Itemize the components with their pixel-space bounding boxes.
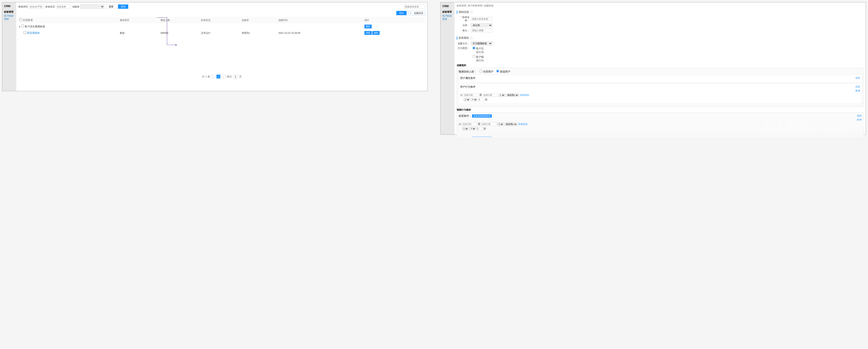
tag-table: 全部标签 数据类型 覆盖人数 标签状态 创建者 创建时间 操作 客户流失预测标签… (19, 17, 425, 36)
tag-rules-section: 标签规则 ? 创建方式： 行为预测标签 行为类型： 客户沉失行为 客户购买行为 … (455, 35, 866, 137)
sidebar-menu-title: 标签管理 (442, 10, 453, 13)
to-label: 至 (478, 122, 480, 126)
sidebar-item-customer-tags[interactable]: 客户标签管理 (442, 14, 453, 21)
help-icon[interactable]: ? (470, 11, 473, 13)
data-type-input[interactable] (29, 4, 44, 9)
add-filter-link[interactable]: 添加筛选 (518, 123, 528, 126)
col-status: 标签状态 (200, 17, 241, 23)
to-label: 至 (479, 93, 482, 97)
help-icon[interactable]: ? (470, 37, 473, 39)
select-all-checkbox[interactable] (19, 18, 22, 21)
count-row: 次数 = 次 (459, 127, 862, 131)
page-suffix: 页 (239, 75, 242, 78)
target-label: 预测目标人群： (459, 70, 476, 74)
category-select[interactable]: 未分类 (471, 23, 492, 27)
date-from-input[interactable] (462, 123, 477, 126)
sidebar: CRM 标签管理 客户标签管理 (441, 2, 455, 135)
rules-section-title: 标签规则 (459, 36, 469, 40)
edit-button[interactable]: 编辑 (372, 31, 380, 35)
col-all-tags: 全部标签 (23, 19, 33, 22)
prev-page-button[interactable]: ‹ (211, 75, 215, 78)
search-input[interactable] (404, 4, 425, 9)
col-created: 创建时间 (278, 17, 363, 23)
count-value-input[interactable] (476, 127, 483, 131)
sidebar-item-customer-tags[interactable]: 客户标签管理 (4, 14, 14, 21)
tag-table-wrap: 全部标签 数据类型 覆盖人数 标签状态 创建者 创建时间 操作 客户流失预测标签… (16, 17, 427, 78)
count-value-input[interactable] (478, 98, 484, 101)
behavior-type-label: 行为类型： (457, 47, 469, 50)
query-button[interactable]: 查询 (118, 4, 128, 9)
sidebar-menu-title: 标签管理 (4, 10, 14, 13)
cell-data-type: 数值 (119, 30, 159, 36)
date-to-input[interactable] (483, 94, 498, 97)
user-attr-title: 用户属性条件 (460, 76, 475, 80)
add-filter-link[interactable]: 添加筛选 (520, 94, 529, 97)
tag-name-link[interactable]: 英语课标签 (27, 31, 40, 34)
reset-button[interactable]: 重置 (106, 4, 116, 9)
add-precond-link[interactable]: 添加 (857, 114, 862, 117)
create-mode-select[interactable]: 行为预测标签 (471, 41, 492, 45)
expand-caret-icon[interactable] (19, 26, 20, 28)
jump-label: 跳往 (227, 75, 232, 78)
create-tag-button[interactable]: + 创建标签 (408, 11, 425, 15)
export-button[interactable]: 导出 (396, 11, 407, 15)
add-attr-link[interactable]: 添加 (856, 76, 860, 80)
target-radio-filter[interactable]: 筛选用户 (496, 70, 510, 74)
page-1-button[interactable]: 1 (216, 75, 220, 78)
count-op-select[interactable]: = (469, 127, 476, 131)
cell-creator: 管理员1 (241, 30, 278, 36)
predict-behavior-box: 预测行为： 直接选择模型标签 添加 新增 至 做过 购买商品 添加筛选 (457, 135, 864, 137)
col-cover: 覆盖人数 (160, 17, 200, 23)
jump-page-input[interactable] (233, 75, 238, 78)
tag-list-window: CRM 标签管理 客户标签管理 数据类型 标签状态 创建者 重置 查询 导 (2, 2, 428, 91)
remark-label: 备注： (457, 29, 469, 32)
creator-select[interactable] (80, 4, 104, 9)
cell-cover: 999995 (160, 30, 200, 36)
model-tag-badge[interactable]: 直接选择模型标签 (472, 114, 492, 117)
action-select[interactable]: 购买商品 (506, 94, 519, 97)
predict-behavior-label: 预测行为： (459, 137, 471, 137)
delete-button[interactable]: 删除 (364, 25, 372, 29)
new-precond-link[interactable]: 新增 (857, 118, 862, 121)
cell-status: 正常运行 (200, 30, 241, 36)
remark-input[interactable] (471, 29, 492, 32)
row-checkbox[interactable] (24, 31, 26, 34)
add-predict-link[interactable]: 添加 (857, 136, 862, 137)
model-tag-badge[interactable]: 直接选择模型标签 (472, 137, 492, 137)
basic-info-section: 基础信息 ? 标签名称： 分类： 未分类 备注： (455, 9, 866, 35)
sidebar: CRM 标签管理 客户标签管理 (2, 2, 16, 91)
tag-name-label: 标签名称： (457, 15, 469, 22)
date-to-input[interactable] (481, 123, 496, 126)
parent-row-name: 客户流失预测标签 (25, 25, 45, 28)
action-select[interactable]: 购买商品 (504, 123, 517, 126)
count-type-select[interactable]: 次数 (464, 98, 470, 101)
creator-label: 创建者 (72, 5, 80, 8)
brand: CRM (4, 4, 14, 8)
tag-name-input[interactable] (471, 17, 492, 21)
date-from-input[interactable] (464, 94, 478, 97)
new-behavior-link[interactable]: 新增 (856, 89, 860, 92)
section-bar-icon (457, 11, 457, 14)
count-op-select[interactable]: = (471, 98, 477, 101)
count-type-select[interactable]: 次数 (462, 127, 468, 131)
behavior-radio-lose[interactable]: 客户沉失行为 (471, 47, 484, 54)
target-radio-all[interactable]: 全部用户 (479, 70, 493, 74)
did-select[interactable]: 做过 (497, 123, 504, 126)
precond-condition-row: 至 做过 购买商品 添加筛选 (459, 122, 862, 126)
precond-label: 前置条件： (459, 114, 471, 117)
cell-created: 2021-10-22 15:20:59 (278, 30, 363, 36)
behavior-radio-buy[interactable]: 客户购买行为 (471, 55, 484, 63)
precondition-box: 前置条件： 直接选择模型标签 添加 新增 至 做过 购买商品 添加筛选 (457, 112, 864, 133)
next-page-button[interactable]: › (222, 75, 225, 78)
create-rule-title: 创建规则 (457, 64, 864, 67)
row-checkbox[interactable] (21, 25, 24, 27)
condition-bullet-icon (459, 123, 461, 126)
col-creator: 创建者 (241, 17, 278, 23)
view-button[interactable]: 查看 (364, 31, 372, 35)
did-select[interactable]: 做过 (499, 94, 505, 97)
table-parent-row[interactable]: 客户流失预测标签 删除 (19, 23, 425, 30)
tag-status-input[interactable] (56, 4, 71, 9)
user-behavior-title: 用户行为条件 (460, 85, 475, 92)
data-type-label: 数据类型 (19, 5, 28, 8)
add-behavior-link[interactable]: 添加 (856, 85, 860, 88)
